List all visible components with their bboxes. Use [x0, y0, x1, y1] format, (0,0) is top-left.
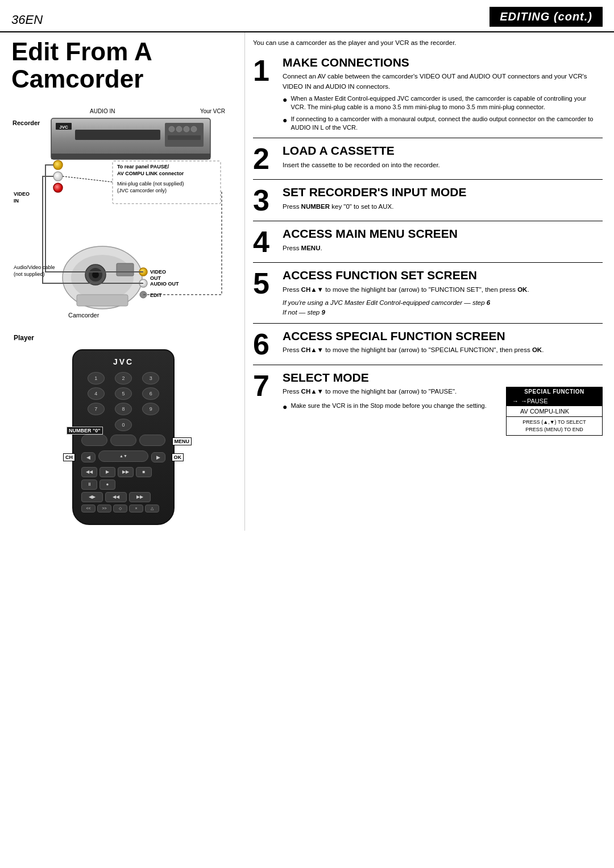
remote-extra-btn3[interactable] [139, 435, 165, 446]
remote-extra-btn1[interactable] [81, 435, 107, 446]
menu-label: MENU [172, 437, 192, 445]
special-function-screen: SPECIAL FUNCTION → →PAUSE AV COMPU-LINK … [506, 387, 603, 435]
step-3-block: 3 Set Recorder's Input Mode Press NUMBER… [253, 185, 603, 221]
step-1-block: 1 Make Connections Connect an AV cable b… [253, 56, 603, 138]
page-number: 36EN [11, 5, 43, 29]
numpad-grid: 1 2 3 4 5 6 7 8 9 [79, 372, 168, 415]
svg-rect-14 [113, 161, 221, 204]
step-2-number: 2 [253, 144, 277, 173]
remote-num9-button[interactable]: 9 [142, 403, 159, 415]
svg-line-19 [63, 176, 113, 182]
svg-rect-0 [51, 118, 210, 159]
section-title: EDITING (cont.) [489, 7, 603, 27]
btn-extra2[interactable]: ◀◀ [105, 492, 127, 502]
remote-extra-btn2[interactable] [110, 435, 136, 446]
step-1-number: 1 [253, 56, 277, 132]
remote-num3-button[interactable]: 3 [142, 372, 159, 385]
label-audio-in: AUDIO IN [90, 108, 115, 114]
special-fn-item-av-compu: AV COMPU-LINK [507, 406, 602, 416]
left-column: Edit From A Camcorder Recorder AUDIO IN … [0, 32, 244, 531]
step-4-block: 4 Access Main Menu Screen Press MENU. [253, 227, 603, 263]
remote-num6-button[interactable]: 6 [142, 387, 159, 400]
intro-text: You can use a camcorder as the player an… [253, 38, 603, 48]
svg-rect-28 [77, 295, 128, 306]
step-6-number: 6 [253, 329, 277, 359]
btn-extra1[interactable]: ◀▶ [81, 492, 103, 502]
step-2-title: Load A Cassette [283, 144, 603, 157]
svg-point-25 [89, 268, 102, 282]
svg-text:Mini-plug cable (not supplied): Mini-plug cable (not supplied) [117, 181, 184, 187]
step-6-content: Access Special Function Screen Press CH▲… [283, 329, 603, 359]
diagram-svg: JVC [11, 101, 233, 346]
remote-ch-button[interactable]: ◀ [81, 452, 96, 462]
remote-num4-button[interactable]: 4 [88, 387, 105, 400]
btn-misc4[interactable]: × [129, 505, 143, 512]
remote-num1-button[interactable]: 1 [88, 372, 105, 385]
diagram: Recorder AUDIO IN Your VCR [11, 101, 233, 346]
svg-point-29 [139, 268, 147, 276]
btn-misc2[interactable]: >> [97, 505, 111, 512]
step-5-title: Access Function Set Screen [283, 268, 603, 282]
step-4-number: 4 [253, 227, 277, 257]
svg-text:Player: Player [14, 334, 34, 342]
svg-rect-1 [56, 123, 72, 130]
btn-misc5[interactable]: △ [145, 505, 159, 512]
svg-point-31 [140, 291, 147, 298]
svg-point-23 [71, 255, 134, 300]
svg-text:Camcorder: Camcorder [68, 312, 99, 319]
svg-point-5 [169, 126, 175, 132]
svg-text:EDIT: EDIT [150, 292, 162, 298]
fastforward-button[interactable]: ▶▶ [118, 467, 134, 477]
step-7-number: 7 [253, 371, 277, 435]
svg-text:IN: IN [14, 198, 19, 204]
main-layout: Edit From A Camcorder Recorder AUDIO IN … [0, 32, 614, 531]
svg-point-8 [191, 126, 197, 132]
step-3-content: Set Recorder's Input Mode Press NUMBER k… [283, 185, 603, 215]
btn-extra3[interactable]: ▶▶ [129, 492, 151, 502]
remote-num5-button[interactable]: 5 [115, 387, 132, 400]
svg-point-30 [139, 279, 147, 287]
step-3-number: 3 [253, 185, 277, 215]
remote-num7-button[interactable]: 7 [88, 403, 105, 415]
svg-text:JVC: JVC [59, 125, 68, 130]
remote-num8-button[interactable]: 8 [115, 403, 132, 415]
play-button[interactable]: ▶ [99, 467, 115, 477]
step-6-desc: Press CH▲▼ to move the highlight bar (ar… [283, 345, 603, 355]
step-3-title: Set Recorder's Input Mode [283, 185, 603, 199]
step-2-desc: Insert the cassette to be recorded on in… [283, 160, 603, 170]
svg-point-13 [53, 183, 63, 192]
stop-button[interactable]: ■ [136, 467, 152, 477]
step-4-content: Access Main Menu Screen Press MENU. [283, 227, 603, 257]
step-4-desc: Press MENU. [283, 243, 603, 253]
btn-misc1[interactable]: << [81, 505, 96, 512]
ch-label: CH [63, 453, 75, 461]
transport-buttons: ◀◀ ▶ ▶▶ ■ ⏸ ● [79, 467, 168, 490]
remote-ok-button[interactable]: ▶ [151, 452, 165, 462]
remote-logo: JVC [79, 357, 168, 366]
remote-num0-button[interactable]: 0 [115, 419, 132, 431]
step-1-bullet-2: ● If connecting to a camcorder with a mo… [283, 115, 603, 133]
step-7-bullet: ● Make sure the VCR is in the Stop mode … [283, 402, 500, 411]
step-2-block: 2 Load A Cassette Insert the cassette to… [253, 144, 603, 180]
remote-num2-button[interactable]: 2 [115, 372, 132, 385]
step-7-content: Select Mode SPECIAL FUNCTION → →PAUSE AV… [283, 371, 603, 435]
pause-button[interactable]: ⏸ [81, 480, 97, 490]
step-7-block: 7 Select Mode SPECIAL FUNCTION → →PAUSE … [253, 371, 603, 441]
svg-rect-27 [117, 263, 134, 276]
step-2-content: Load A Cassette Insert the cassette to b… [283, 144, 603, 173]
svg-rect-4 [165, 123, 204, 147]
step-1-title: Make Connections [283, 56, 603, 69]
svg-text:AV COMPU LINK connector: AV COMPU LINK connector [117, 171, 184, 176]
svg-point-11 [53, 160, 63, 170]
step-5-desc: Press CH▲▼ to move the highlight bar (ar… [283, 285, 603, 295]
remote-control-wrapper: JVC 1 2 3 4 5 6 7 8 9 0 NUMBER "0 [38, 349, 209, 525]
step-6-title: Access Special Function Screen [283, 329, 603, 342]
remote-center-btn[interactable]: ▲▼ [98, 450, 148, 462]
rec-button[interactable]: ● [99, 480, 115, 490]
special-fn-item-pause: → →PAUSE [507, 396, 602, 406]
svg-point-24 [85, 264, 106, 285]
rewind-button[interactable]: ◀◀ [81, 467, 97, 477]
btn-misc3[interactable]: ◇ [113, 505, 127, 512]
label-recorder: Recorder [13, 119, 40, 126]
svg-rect-10 [51, 154, 210, 159]
